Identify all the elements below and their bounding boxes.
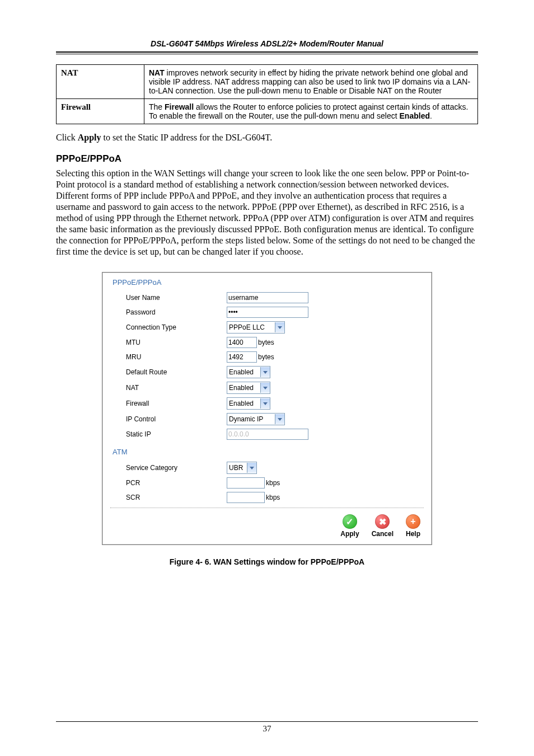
row-default-route: Default Route Enabled <box>126 366 424 378</box>
chevron-down-icon <box>260 367 270 377</box>
select-service-category[interactable]: UBR <box>227 462 257 474</box>
label-mtu: MTU <box>126 339 227 346</box>
intro-paragraph: Selecting this option in the WAN Setting… <box>56 168 478 257</box>
row-ip-control: IP Control Dynamic IP <box>126 413 424 425</box>
apply-sentence: Click Apply to set the Static IP address… <box>56 132 478 143</box>
unit-mtu: bytes <box>258 339 274 346</box>
label-default-route: Default Route <box>126 368 227 376</box>
chevron-down-icon <box>275 414 284 424</box>
select-nat-value: Enabled <box>229 384 259 392</box>
input-mtu[interactable] <box>227 337 257 348</box>
row-service-category: Service Category UBR <box>126 462 424 474</box>
input-mru[interactable] <box>227 351 257 363</box>
help-button[interactable]: + Help <box>406 514 420 538</box>
section-heading: PPPoE/PPPoA <box>56 153 478 165</box>
header-rule <box>56 51 478 54</box>
input-static-ip <box>227 429 308 440</box>
select-firewall-value: Enabled <box>229 400 259 407</box>
apply-pre: Click <box>56 133 78 142</box>
label-nat: NAT <box>126 384 227 392</box>
unit-pcr: kbps <box>266 479 280 487</box>
select-default-route-value: Enabled <box>229 368 259 376</box>
chevron-down-icon <box>275 322 284 332</box>
fw-tail: . <box>430 111 432 120</box>
label-mru: MRU <box>126 353 227 361</box>
table-row: NAT NAT improves network security in eff… <box>57 65 478 99</box>
apply-button[interactable]: ✓ Apply <box>340 514 359 538</box>
label-conn-type: Connection Type <box>126 323 227 331</box>
panel-title-atm: ATM <box>113 448 424 456</box>
page-number: 37 <box>56 724 478 734</box>
unit-mru: bytes <box>258 353 274 361</box>
select-ip-control-value: Dynamic IP <box>229 415 274 423</box>
nat-rest: improves network security in effect by h… <box>149 68 470 95</box>
label-password: Password <box>126 308 227 316</box>
row-conn-type: Connection Type PPPoE LLC <box>126 321 424 334</box>
row-firewall: Firewall Enabled <box>126 397 424 410</box>
select-conn-type[interactable]: PPPoE LLC <box>227 321 285 334</box>
label-service-category: Service Category <box>126 464 227 472</box>
label-static-ip: Static IP <box>126 430 227 438</box>
input-scr[interactable] <box>227 492 265 503</box>
apply-bold: Apply <box>78 133 101 142</box>
chevron-down-icon <box>247 463 256 473</box>
fw-pre: The <box>149 102 165 111</box>
check-icon: ✓ <box>343 514 357 529</box>
manual-header: DSL-G604T 54Mbps Wireless ADSL2/2+ Modem… <box>56 39 478 48</box>
fw-bold2: Enabled <box>400 111 430 120</box>
chevron-down-icon <box>260 398 270 408</box>
label-scr: SCR <box>126 494 227 501</box>
row-password: Password <box>126 307 424 318</box>
desc-nat: NAT improves network security in effect … <box>144 65 478 99</box>
table-row: Firewall The Firewall allows the Router … <box>57 99 478 124</box>
chevron-down-icon <box>260 383 270 393</box>
select-nat[interactable]: Enabled <box>227 382 270 394</box>
page-footer: 37 <box>56 721 478 734</box>
label-ip-control: IP Control <box>126 415 227 423</box>
row-pcr: PCR kbps <box>126 477 424 489</box>
help-label: Help <box>406 530 420 538</box>
row-mtu: MTU bytes <box>126 337 424 348</box>
row-mru: MRU bytes <box>126 351 424 363</box>
input-pcr[interactable] <box>227 477 265 489</box>
settings-panel: PPPoE/PPPoA User Name Password Connectio… <box>102 272 432 545</box>
row-static-ip: Static IP <box>126 429 424 440</box>
desc-firewall: The Firewall allows the Router to enforc… <box>144 99 478 124</box>
panel-actions: ✓ Apply ✖ Cancel + Help <box>110 514 424 539</box>
select-ip-control[interactable]: Dynamic IP <box>227 413 285 425</box>
figure-caption: Figure 4- 6. WAN Settings window for PPP… <box>56 557 478 566</box>
plus-icon: + <box>406 514 420 529</box>
term-firewall: Firewall <box>57 99 144 124</box>
label-username: User Name <box>126 294 227 302</box>
cancel-button[interactable]: ✖ Cancel <box>372 514 394 538</box>
panel-divider <box>110 508 424 509</box>
unit-scr: kbps <box>266 494 280 501</box>
input-password[interactable] <box>227 307 308 318</box>
footer-rule <box>56 721 478 722</box>
close-icon: ✖ <box>375 514 390 529</box>
fw-bold1: Firewall <box>165 102 194 111</box>
select-service-category-value: UBR <box>229 464 246 472</box>
panel-title-ppp: PPPoE/PPPoA <box>113 278 424 287</box>
select-firewall[interactable]: Enabled <box>227 397 270 410</box>
row-scr: SCR kbps <box>126 492 424 503</box>
apply-post: to set the Static IP address for the DSL… <box>101 133 272 142</box>
nat-bold: NAT <box>149 68 165 77</box>
input-username[interactable] <box>227 292 308 303</box>
label-pcr: PCR <box>126 479 227 487</box>
definitions-table: NAT NAT improves network security in eff… <box>56 64 478 124</box>
row-nat: NAT Enabled <box>126 382 424 394</box>
apply-label: Apply <box>340 530 359 538</box>
term-nat: NAT <box>57 65 144 99</box>
row-username: User Name <box>126 292 424 303</box>
select-default-route[interactable]: Enabled <box>227 366 270 378</box>
cancel-label: Cancel <box>372 530 394 538</box>
label-firewall: Firewall <box>126 400 227 407</box>
select-conn-type-value: PPPoE LLC <box>229 323 274 331</box>
